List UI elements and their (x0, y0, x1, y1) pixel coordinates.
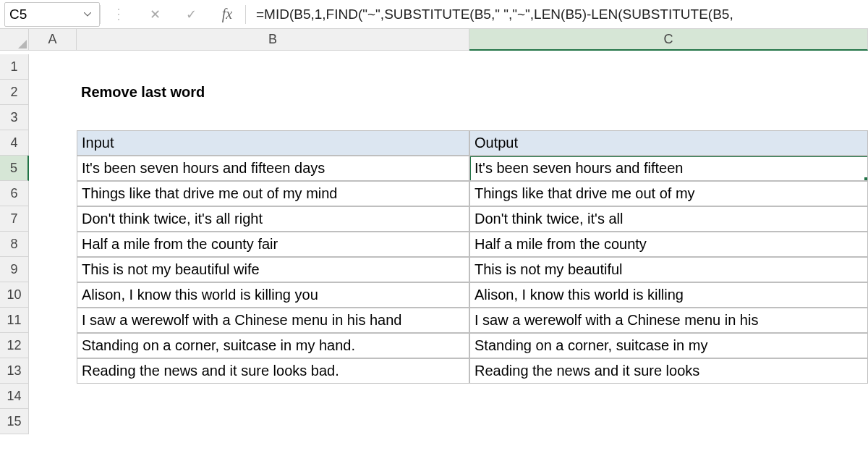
page-title[interactable]: Remove last word (77, 80, 469, 105)
cell-B5[interactable]: It's been seven hours and fifteen days (77, 156, 469, 181)
row-header-4[interactable]: 4 (0, 130, 29, 156)
row-header-13[interactable]: 13 (0, 358, 29, 384)
name-box[interactable]: C5 (4, 2, 100, 27)
cell-C14[interactable] (469, 384, 868, 409)
row-header-12[interactable]: 12 (0, 333, 29, 358)
row-header-10[interactable]: 10 (0, 282, 29, 308)
cell-A15[interactable] (29, 409, 77, 434)
cell-B7[interactable]: Don't think twice, it's all right (77, 206, 469, 232)
table-header-input[interactable]: Input (77, 130, 469, 156)
insert-function-button[interactable]: fx (209, 0, 245, 28)
col-header-C[interactable]: C (469, 29, 868, 51)
cell-C9[interactable]: This is not my beautiful (469, 257, 868, 282)
cell-B13[interactable]: Reading the news and it sure looks bad. (77, 358, 469, 384)
row-header-3[interactable]: 3 (0, 105, 29, 130)
cell-A14[interactable] (29, 384, 77, 409)
svg-point-1 (118, 14, 119, 15)
cell-A8[interactable] (29, 232, 77, 257)
formula-bar: C5 ✕ ✓ fx =MID(B5,1,FIND("~",SUBSTITUTE(… (0, 0, 868, 29)
cell-B1[interactable] (77, 54, 469, 80)
cell-A11[interactable] (29, 308, 77, 333)
cell-A5[interactable] (29, 156, 77, 181)
cell-A6[interactable] (29, 181, 77, 206)
row-header-1[interactable]: 1 (0, 54, 29, 80)
cell-B10[interactable]: Alison, I know this world is killing you (77, 282, 469, 308)
cell-B6[interactable]: Things like that drive me out of my mind (77, 181, 469, 206)
cell-C7[interactable]: Don't think twice, it's all (469, 206, 868, 232)
svg-point-2 (118, 19, 119, 20)
cell-A7[interactable] (29, 206, 77, 232)
cell-C6[interactable]: Things like that drive me out of my (469, 181, 868, 206)
cell-C15[interactable] (469, 409, 868, 434)
cell-A3[interactable] (29, 105, 77, 130)
cell-A12[interactable] (29, 333, 77, 358)
cell-C13[interactable]: Reading the news and it sure looks (469, 358, 868, 384)
row-header-11[interactable]: 11 (0, 308, 29, 333)
cell-B11[interactable]: I saw a werewolf with a Chinese menu in … (77, 308, 469, 333)
formula-buttons: ✕ ✓ fx (101, 0, 245, 28)
cell-C5[interactable]: It's been seven hours and fifteen (469, 156, 868, 181)
col-header-A[interactable]: A (29, 29, 77, 51)
cancel-icon[interactable]: ✕ (137, 0, 173, 28)
cell-C1[interactable] (469, 54, 868, 80)
cell-C8[interactable]: Half a mile from the county (469, 232, 868, 257)
cell-B9[interactable]: This is not my beautiful wife (77, 257, 469, 282)
row-header-8[interactable]: 8 (0, 232, 29, 257)
cell-C3[interactable] (469, 105, 868, 130)
spreadsheet-grid[interactable]: A B C 1 2 Remove last word 3 4 Input Out… (0, 29, 868, 434)
row-header-2[interactable]: 2 (0, 80, 29, 105)
cell-C10[interactable]: Alison, I know this world is killing (469, 282, 868, 308)
cell-C2[interactable] (469, 80, 868, 105)
cell-B14[interactable] (77, 384, 469, 409)
cell-B3[interactable] (77, 105, 469, 130)
cell-A10[interactable] (29, 282, 77, 308)
select-all-corner[interactable] (0, 29, 29, 51)
cell-A4[interactable] (29, 130, 77, 156)
cell-A13[interactable] (29, 358, 77, 384)
cell-A9[interactable] (29, 257, 77, 282)
name-box-value: C5 (9, 7, 80, 22)
cell-B15[interactable] (77, 409, 469, 434)
row-header-15[interactable]: 15 (0, 409, 29, 434)
svg-point-0 (118, 9, 119, 10)
row-header-5[interactable]: 5 (0, 156, 29, 181)
cell-A1[interactable] (29, 54, 77, 80)
row-header-14[interactable]: 14 (0, 384, 29, 409)
table-header-output[interactable]: Output (469, 130, 868, 156)
dotted-handle-icon (101, 0, 137, 28)
row-header-6[interactable]: 6 (0, 181, 29, 206)
cell-A2[interactable] (29, 80, 77, 105)
row-header-9[interactable]: 9 (0, 257, 29, 282)
enter-icon[interactable]: ✓ (173, 0, 209, 28)
col-header-B[interactable]: B (77, 29, 469, 51)
name-box-dropdown-icon[interactable] (80, 12, 95, 17)
formula-input[interactable]: =MID(B5,1,FIND("~",SUBSTITUTE(B5," ","~"… (246, 0, 868, 28)
cell-C12[interactable]: Standing on a corner, suitcase in my (469, 333, 868, 358)
cell-C11[interactable]: I saw a werewolf with a Chinese menu in … (469, 308, 868, 333)
cell-B12[interactable]: Standing on a corner, suitcase in my han… (77, 333, 469, 358)
row-header-7[interactable]: 7 (0, 206, 29, 232)
cell-B8[interactable]: Half a mile from the county fair (77, 232, 469, 257)
